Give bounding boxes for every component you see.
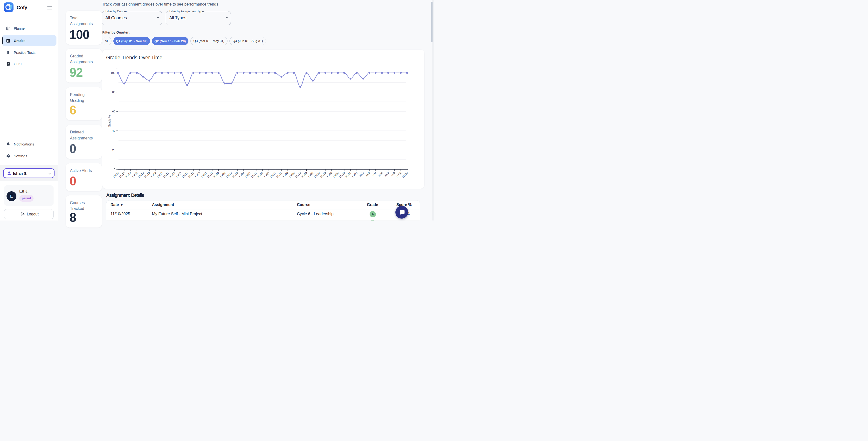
svg-text:40: 40: [112, 129, 115, 132]
svg-text:100: 100: [111, 71, 115, 74]
svg-text:10/27: 10/27: [276, 171, 283, 178]
svg-text:10/29: 10/29: [307, 171, 314, 178]
svg-text:10/14: 10/14: [125, 171, 132, 178]
svg-text:10/17: 10/17: [194, 171, 201, 178]
svg-text:11/5: 11/5: [384, 171, 390, 177]
svg-text:10/31: 10/31: [351, 171, 358, 178]
svg-text:10/23: 10/23: [219, 171, 226, 178]
svg-text:10/21: 10/21: [200, 171, 207, 178]
svg-text:10/30: 10/30: [326, 171, 333, 178]
svg-text:10/17: 10/17: [181, 171, 188, 178]
svg-text:10/28: 10/28: [282, 171, 289, 178]
svg-text:10/27: 10/27: [251, 171, 258, 178]
svg-text:10/30: 10/30: [320, 171, 327, 178]
svg-text:10/23: 10/23: [225, 171, 232, 178]
svg-text:10/13: 10/13: [113, 171, 119, 178]
svg-text:11/5: 11/5: [390, 171, 396, 177]
svg-text:10/22: 10/22: [207, 171, 214, 178]
svg-text:10/28: 10/28: [288, 171, 295, 178]
svg-text:10/14: 10/14: [119, 171, 126, 178]
svg-text:10/27: 10/27: [263, 171, 270, 178]
svg-text:10/17: 10/17: [169, 171, 176, 178]
svg-text:11/10: 11/10: [395, 171, 402, 178]
svg-text:10/31: 10/31: [345, 171, 352, 178]
svg-text:10/29: 10/29: [301, 171, 308, 178]
svg-text:10/17: 10/17: [163, 171, 169, 178]
svg-text:20: 20: [112, 149, 115, 152]
svg-text:10/30: 10/30: [338, 171, 345, 178]
svg-text:11/4: 11/4: [377, 171, 383, 177]
svg-text:11/3: 11/3: [359, 171, 365, 177]
svg-text:10/23: 10/23: [232, 171, 239, 178]
svg-text:10/17: 10/17: [188, 171, 195, 178]
svg-text:10/15: 10/15: [144, 171, 151, 178]
svg-text:80: 80: [112, 91, 115, 94]
svg-text:10/28: 10/28: [294, 171, 302, 178]
svg-text:60: 60: [112, 110, 115, 113]
svg-text:10/15: 10/15: [137, 171, 145, 178]
svg-text:10/30: 10/30: [332, 171, 339, 178]
svg-text:10/27: 10/27: [244, 171, 251, 178]
svg-text:Guru: Guru: [8, 64, 9, 64]
svg-text:10/15: 10/15: [131, 171, 138, 178]
svg-text:0: 0: [114, 168, 115, 171]
svg-text:10/30: 10/30: [313, 171, 320, 178]
svg-text:Grade %: Grade %: [108, 115, 111, 127]
svg-text:10/17: 10/17: [175, 171, 182, 178]
svg-text:10/24: 10/24: [238, 171, 245, 178]
svg-text:10/22: 10/22: [213, 171, 220, 178]
svg-text:11/10: 11/10: [401, 171, 408, 178]
svg-text:11/3: 11/3: [365, 171, 371, 177]
svg-text:11/4: 11/4: [371, 171, 377, 177]
svg-text:10/27: 10/27: [257, 171, 264, 178]
svg-text:10/16: 10/16: [150, 171, 157, 178]
svg-text:10/27: 10/27: [270, 171, 276, 178]
svg-text:10/17: 10/17: [156, 171, 163, 178]
